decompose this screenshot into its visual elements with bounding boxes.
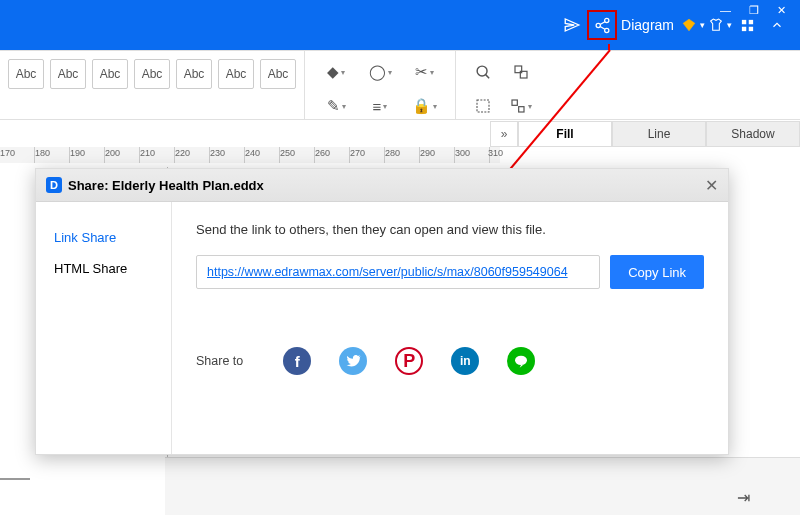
dialog-main: Send the link to others, then they can o… (172, 202, 728, 454)
ruler-tick: 270 (350, 148, 365, 158)
ruler-tick: 190 (70, 148, 85, 158)
svg-rect-10 (477, 100, 489, 112)
replace-icon[interactable] (506, 57, 536, 87)
select-all-icon[interactable] (468, 91, 498, 121)
align-icon[interactable]: ≡▾ (363, 91, 397, 121)
style-swatch[interactable]: Abc (260, 59, 296, 89)
ruler-tick: 210 (140, 148, 155, 158)
svg-point-1 (596, 23, 600, 27)
search-icon[interactable] (468, 57, 498, 87)
svg-rect-3 (741, 19, 745, 23)
svg-rect-5 (741, 26, 745, 30)
send-icon[interactable] (557, 10, 587, 40)
canvas-edge (0, 478, 30, 480)
share-url-link[interactable]: https://www.edrawmax.com/server/public/s… (207, 265, 568, 279)
shape-style-icon[interactable]: ◯▾ (363, 57, 397, 87)
svg-point-7 (477, 66, 487, 76)
line-icon[interactable] (507, 347, 535, 375)
share-icon[interactable] (587, 10, 617, 40)
share-instruction: Send the link to others, then they can o… (196, 222, 704, 237)
app-logo-icon: D (46, 177, 62, 193)
facebook-icon[interactable]: f (283, 347, 311, 375)
dialog-title-prefix: Share: (68, 178, 112, 193)
ruler-tick: 260 (315, 148, 330, 158)
horizontal-ruler: 170 180 190 200 210 220 230 240 250 260 … (0, 147, 500, 163)
svg-point-2 (604, 28, 608, 32)
svg-rect-12 (519, 107, 524, 112)
ruler-tick: 230 (210, 148, 225, 158)
format-toolbar: Abc Abc Abc Abc Abc Abc Abc ◆▾ ◯▾ ✂▾ ✎▾ … (0, 50, 800, 120)
ruler-tick: 310 (488, 148, 503, 158)
lock-icon[interactable]: 🔒▾ (407, 91, 441, 121)
window-close[interactable]: ✕ (777, 4, 786, 17)
share-dialog: D Share: Elderly Health Plan.eddx ✕ Link… (35, 168, 729, 455)
style-swatch[interactable]: Abc (218, 59, 254, 89)
dialog-filename: Elderly Health Plan.eddx (112, 178, 264, 193)
twitter-icon[interactable] (339, 347, 367, 375)
svg-rect-6 (748, 26, 752, 30)
titlebar: Diagram ▾ ▾ (0, 0, 800, 50)
quick-styles: Abc Abc Abc Abc Abc Abc Abc (0, 51, 305, 119)
sidebar-item-html-share[interactable]: HTML Share (36, 253, 171, 284)
group-icon[interactable]: ▾ (506, 91, 536, 121)
ruler-tick: 180 (35, 148, 50, 158)
ruler-tick: 240 (245, 148, 260, 158)
svg-rect-4 (748, 19, 752, 23)
svg-rect-11 (512, 100, 517, 105)
window-minimize[interactable]: — (720, 4, 731, 16)
style-swatch[interactable]: Abc (176, 59, 212, 89)
crop-icon[interactable]: ✂▾ (407, 57, 441, 87)
share-url-field[interactable]: https://www.edrawmax.com/server/public/s… (196, 255, 600, 289)
fill-bucket-icon[interactable]: ◆▾ (319, 57, 353, 87)
ruler-tick: 300 (455, 148, 470, 158)
diamond-icon[interactable] (678, 10, 700, 40)
svg-point-16 (515, 356, 527, 365)
mode-label: Diagram (617, 17, 678, 33)
ruler-tick: 220 (175, 148, 190, 158)
tab-fill[interactable]: Fill (518, 121, 612, 147)
svg-point-0 (604, 18, 608, 22)
dialog-close-icon[interactable]: ✕ (705, 176, 718, 195)
copy-link-button[interactable]: Copy Link (610, 255, 704, 289)
ruler-tick: 170 (0, 148, 15, 158)
style-swatch[interactable]: Abc (92, 59, 128, 89)
sidebar-item-link-share[interactable]: Link Share (36, 222, 171, 253)
pinterest-icon[interactable]: P (395, 347, 423, 375)
tab-line[interactable]: Line (612, 121, 706, 147)
more-tabs-icon[interactable]: » (490, 121, 518, 147)
ruler-tick: 290 (420, 148, 435, 158)
panel-toggle-icon[interactable]: ⇥ (737, 488, 750, 507)
ruler-tick: 200 (105, 148, 120, 158)
style-swatch[interactable]: Abc (8, 59, 44, 89)
dialog-sidebar: Link Share HTML Share (36, 202, 172, 454)
style-swatch[interactable]: Abc (134, 59, 170, 89)
share-to-label: Share to (196, 354, 243, 368)
ruler-tick: 280 (385, 148, 400, 158)
window-maximize[interactable]: ❐ (749, 4, 759, 17)
tab-shadow[interactable]: Shadow (706, 121, 800, 147)
linkedin-icon[interactable]: in (451, 347, 479, 375)
horizontal-scroll-area (165, 457, 800, 515)
ruler-tick: 250 (280, 148, 295, 158)
line-style-icon[interactable]: ✎▾ (319, 91, 353, 121)
style-swatch[interactable]: Abc (50, 59, 86, 89)
dialog-titlebar: D Share: Elderly Health Plan.eddx ✕ (36, 169, 728, 202)
